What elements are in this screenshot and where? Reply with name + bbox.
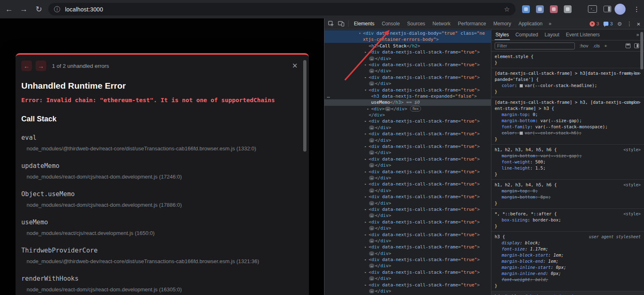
expand-arrow-closed-icon[interactable]: ▸ (365, 194, 369, 200)
terminal-extension-icon[interactable]: ›_ (588, 5, 597, 13)
dom-tree-row[interactable]: ▸<div data-nextjs-call-stack-frame="true… (324, 244, 491, 250)
inline-ellipsis-button[interactable]: … (369, 138, 374, 143)
sidebar-tab-layout[interactable]: Layout (541, 29, 563, 40)
rule-selector[interactable]: *, *::before, *::after { (495, 211, 641, 217)
sidebar-tab-styles[interactable]: Styles (492, 29, 512, 40)
settings-gear-icon[interactable]: ⚙ (617, 21, 622, 27)
devtools-tab-memory[interactable]: Memory (490, 18, 515, 29)
dom-tree-row[interactable]: ▸<div data-nextjs-call-stack-frame="true… (324, 257, 491, 263)
site-info-icon[interactable]: i (54, 6, 60, 12)
reload-icon[interactable]: ↻ (33, 0, 45, 18)
dom-tree-row[interactable]: ▸<div data-nextjs-call-stack-frame="true… (324, 74, 491, 80)
devtools-tab-console[interactable]: Console (378, 18, 403, 29)
rule-selector[interactable]: [data-nextjs-call-stack-frame] > h3[data… (495, 70, 641, 83)
color-swatch[interactable] (520, 132, 523, 135)
color-swatch[interactable] (520, 84, 523, 87)
css-declaration[interactable]: font-family: var(--font-stack-monospace)… (495, 124, 641, 130)
expand-arrow-closed-icon[interactable]: ▸ (365, 118, 369, 124)
css-declaration[interactable]: color: var(--color-stack-headline); (495, 83, 641, 89)
style-origin-link[interactable]: <style> (624, 70, 641, 76)
inline-ellipsis-button[interactable]: … (369, 239, 374, 243)
dom-tree-row[interactable]: xtjs-container-errors-body"> (324, 36, 491, 42)
css-declaration[interactable]: margin-block-end: 1em; (495, 258, 641, 264)
dom-tree-row[interactable]: …</div> (324, 175, 491, 181)
css-declaration[interactable]: margin-top: 0; (495, 112, 641, 118)
flex-badge[interactable]: flex (410, 106, 421, 112)
dom-tree-row[interactable]: </div> (324, 112, 491, 118)
dom-tree-row[interactable]: …</div> (324, 250, 491, 257)
dom-tree-row[interactable]: …</div> (324, 162, 491, 168)
url-text[interactable]: localhost:3000 (65, 6, 103, 13)
profile-avatar[interactable] (615, 4, 626, 15)
dom-tree-row[interactable]: …</div> (324, 188, 491, 194)
rule-selector[interactable]: h1, h2, h3, h4, h5, h6 { (495, 182, 641, 188)
styles-filter-input[interactable] (495, 42, 575, 49)
close-overlay-icon[interactable]: × (292, 61, 297, 70)
dom-tree-row[interactable]: …</div> (324, 137, 491, 143)
style-origin-link[interactable]: <style> (624, 182, 641, 188)
css-declaration[interactable]: margin-top: 0; (495, 188, 641, 194)
css-declaration[interactable]: font-weight: bold; (495, 277, 641, 283)
inline-ellipsis-button[interactable]: … (369, 276, 374, 281)
dialog-scrollbar[interactable] (303, 60, 306, 152)
issues-badge[interactable]: 3 (603, 21, 612, 26)
extension-icon[interactable] (536, 5, 544, 13)
dom-tree-row[interactable]: ▸<div data-nextjs-call-stack-frame="true… (324, 219, 491, 225)
inline-ellipsis-button[interactable]: … (369, 69, 374, 73)
side-panel-icon[interactable] (603, 6, 611, 12)
dom-tree-row[interactable]: ▸<div data-nextjs-call-stack-frame="true… (324, 62, 491, 68)
element-classes-toggle[interactable]: .cls (593, 43, 600, 48)
devtools-tab-elements[interactable]: Elements (350, 18, 378, 29)
css-declaration[interactable]: font-size: 1.17em; (495, 246, 641, 252)
inline-ellipsis-button[interactable]: … (369, 289, 374, 293)
inspect-element-icon[interactable] (328, 21, 334, 27)
expand-arrow-closed-icon[interactable]: ▸ (365, 282, 369, 288)
expand-arrow-closed-icon[interactable]: ▸ (365, 244, 369, 250)
browser-menu-icon[interactable]: ⋮ (632, 0, 642, 18)
dom-tree-row[interactable]: useMemo</h3> == $0 (324, 99, 491, 105)
inline-ellipsis-button[interactable]: … (369, 264, 374, 268)
dom-tree-row[interactable]: …</div> (324, 263, 491, 269)
back-icon[interactable]: ← (3, 0, 15, 18)
css-declaration[interactable]: margin-bottom: var(--size-gap); (495, 153, 641, 159)
extension-icon[interactable] (550, 5, 558, 13)
style-origin-link[interactable]: <style> (624, 211, 641, 217)
dom-tree-row[interactable]: ▸<div data-nextjs-call-stack-frame="true… (324, 143, 491, 150)
inline-ellipsis-button[interactable]: … (369, 201, 374, 206)
style-origin-link[interactable]: <style> (624, 99, 641, 105)
expand-arrow-closed-icon[interactable]: ▸ (365, 181, 369, 187)
css-declaration[interactable]: line-height: 1.5; (495, 165, 641, 171)
expand-arrow-closed-icon[interactable]: ▸ (365, 219, 369, 225)
dom-tree-row[interactable]: …</div> (324, 238, 491, 244)
devtools-scrollbar[interactable] (640, 32, 643, 69)
dom-tree-row[interactable]: …</div> (324, 275, 491, 282)
style-origin-link[interactable]: <style> (624, 147, 641, 153)
css-declaration[interactable]: display: block; (495, 240, 641, 246)
devtools-tab-sources[interactable]: Sources (403, 18, 429, 29)
expand-arrow-closed-icon[interactable]: ▸ (365, 49, 369, 55)
css-declaration[interactable]: margin-inline-start: 0px; (495, 264, 641, 270)
inline-ellipsis-button[interactable]: … (369, 188, 374, 193)
dom-tree-row[interactable]: ▸<div data-nextjs-call-stack-frame="true… (324, 206, 491, 212)
expand-arrow-closed-icon[interactable]: ▸ (365, 169, 369, 175)
extension-icon[interactable] (522, 5, 530, 13)
computed-sidebar-toggle-icon[interactable] (634, 43, 639, 48)
css-overview-icon[interactable] (626, 43, 630, 48)
dom-tree-row[interactable]: …</div> (324, 225, 491, 231)
expand-arrow-closed-icon[interactable]: ▸ (365, 269, 369, 275)
devtools-tab-application[interactable]: Application (515, 18, 546, 29)
inline-ellipsis-button[interactable]: … (369, 81, 374, 86)
rule-selector[interactable]: element.style { (495, 54, 641, 60)
dom-tree-row[interactable]: ▸<div data-nextjs-call-stack-frame="true… (324, 156, 491, 162)
sidebar-tab-event-listeners[interactable]: Event Listeners (563, 29, 603, 40)
dom-tree-row[interactable]: ▸<div data-nextjs-call-stack-frame="true… (324, 131, 491, 137)
dom-tree-row[interactable]: ▸<div data-nextjs-call-stack-frame="true… (324, 194, 491, 200)
forward-icon[interactable]: → (18, 0, 29, 18)
css-declaration[interactable]: margin-bottom: var(--size-gap); (495, 118, 641, 124)
dom-tree-row[interactable]: <h3 data-nextjs-frame-expanded="false"> (324, 93, 491, 99)
inline-ellipsis-button[interactable]: … (369, 125, 374, 130)
sidebar-tab-computed[interactable]: Computed (512, 29, 541, 40)
dom-tree-row[interactable]: …</div> (324, 150, 491, 156)
dom-tree-row[interactable]: ▸<div data-nextjs-call-stack-frame="true… (324, 269, 491, 275)
style-origin-link[interactable]: user agent stylesheet (589, 234, 641, 240)
